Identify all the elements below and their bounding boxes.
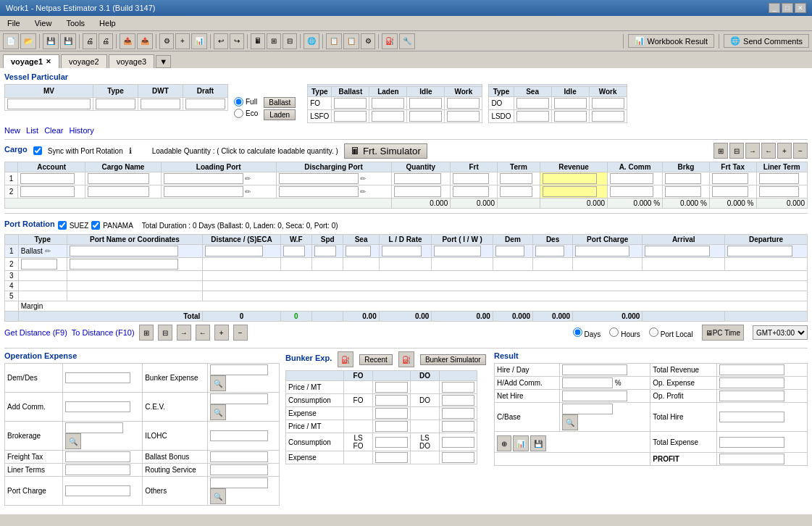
ops-cev-search[interactable]: 🔍	[210, 404, 226, 420]
res-totalexp-input[interactable]	[719, 437, 784, 448]
fo-work-input[interactable]	[447, 98, 480, 109]
bk-price-fo-val[interactable]	[373, 381, 411, 394]
pt-2-pcharge[interactable]	[573, 258, 643, 271]
cargo-1-account[interactable]	[18, 172, 85, 185]
tool3[interactable]: 📊	[191, 33, 207, 49]
tab-menu-btn[interactable]: ▼	[156, 55, 171, 68]
menu-file[interactable]: File	[3, 17, 25, 29]
suez-checkbox[interactable]	[58, 221, 67, 230]
copy-btn[interactable]: 📋	[326, 33, 342, 49]
do-sea[interactable]	[514, 97, 551, 110]
ops-ilohc-input[interactable]	[210, 430, 268, 441]
cargo-1-brkg[interactable]	[663, 172, 710, 185]
timezone-select[interactable]: GMT+03:00	[753, 325, 808, 340]
pt-1-des[interactable]	[533, 245, 573, 258]
cargo-2-brkg[interactable]	[663, 185, 710, 199]
list-link[interactable]: List	[26, 126, 38, 135]
fo-work[interactable]	[445, 97, 482, 110]
pt-5-type[interactable]	[18, 291, 67, 301]
pt-1-ld-input[interactable]	[382, 246, 422, 256]
cargo-1-name[interactable]	[85, 172, 161, 185]
pt-1-port[interactable]	[67, 245, 203, 258]
res-nethire-val[interactable]	[560, 390, 650, 403]
tab-voyage1-close[interactable]: ✕	[46, 58, 51, 65]
ops-ilohc-val[interactable]	[208, 422, 280, 451]
globe-btn[interactable]: 🌐	[304, 33, 319, 49]
ops-ballastbonus-val[interactable]	[208, 451, 280, 464]
pt-4-type[interactable]	[18, 281, 67, 291]
res-opprofit-input[interactable]	[719, 391, 784, 401]
ops-cev-val[interactable]: 🔍	[208, 393, 280, 422]
bk-cons2-do-input[interactable]	[442, 437, 474, 448]
settings-btn[interactable]: ⚙	[361, 33, 375, 49]
hours-radio[interactable]	[609, 327, 619, 337]
cargo-1-account-input[interactable]	[20, 173, 75, 184]
ops-freighttax-val[interactable]	[63, 451, 143, 464]
draft-cell[interactable]	[183, 98, 228, 111]
mv-input[interactable]	[7, 99, 91, 109]
ops-addcomm-input[interactable]	[65, 401, 130, 412]
bk-cons-fo-input[interactable]	[375, 395, 408, 406]
cargo-1-frttax[interactable]	[709, 172, 756, 185]
bk-price2-do-input[interactable]	[442, 421, 474, 432]
lsfo-idle[interactable]	[407, 110, 445, 123]
history-link[interactable]: History	[69, 126, 93, 135]
bk-exp2-do-input[interactable]	[442, 452, 474, 463]
bk-price2-do-val[interactable]	[440, 420, 477, 433]
res-nethire-input[interactable]	[562, 391, 627, 401]
paste-btn[interactable]: 📋	[343, 33, 359, 49]
cargo-2-qty[interactable]	[391, 185, 451, 199]
lsdo-idle-input[interactable]	[554, 111, 587, 122]
cargo-1-liner-input[interactable]	[759, 173, 799, 184]
pt-1-edit[interactable]: ✏	[45, 247, 51, 255]
pt-2-wf[interactable]	[280, 258, 311, 271]
lsdo-work-input[interactable]	[592, 111, 624, 122]
days-radio-label[interactable]: Days	[573, 327, 601, 338]
menu-view[interactable]: View	[30, 17, 56, 29]
lsfo-ballast[interactable]	[332, 110, 369, 123]
bk-exp2-fo-input[interactable]	[375, 452, 408, 463]
cargo-1-qty[interactable]	[391, 172, 451, 185]
cargo-1-load-edit[interactable]: ✏	[245, 175, 251, 183]
bk-exp-do-val[interactable]	[440, 407, 477, 420]
to-dist-link[interactable]: To Distance (F10)	[72, 328, 135, 337]
lsfo-work[interactable]	[445, 110, 482, 123]
pt-2-dep[interactable]	[725, 258, 808, 271]
full-radio-label[interactable]: Full	[234, 97, 258, 107]
cargo-1-name-input[interactable]	[88, 173, 149, 184]
days-radio[interactable]	[573, 327, 582, 337]
cargo-2-revenue-input[interactable]	[543, 186, 597, 197]
laden-btn[interactable]: Laden	[264, 109, 296, 120]
do-work-input[interactable]	[592, 98, 624, 109]
ops-bunker-input[interactable]	[210, 364, 268, 375]
pt-2-dem[interactable]	[493, 258, 532, 271]
cargo-1-acomm[interactable]	[608, 172, 663, 185]
mv-cell[interactable]	[5, 98, 93, 111]
export-btn[interactable]: 📤	[120, 33, 135, 49]
cargo-1-disch[interactable]: ✏	[276, 172, 391, 185]
res-totalhire-val[interactable]	[716, 403, 807, 432]
res-opexp-input[interactable]	[719, 377, 784, 388]
close-button[interactable]: ✕	[795, 3, 806, 13]
bk-cons-do-input[interactable]	[442, 395, 474, 406]
profit-input[interactable]	[719, 454, 784, 464]
eco-radio[interactable]	[234, 109, 243, 118]
type-cell[interactable]	[93, 98, 138, 111]
dist-btn3[interactable]: →	[177, 325, 191, 341]
pt-3-port[interactable]	[67, 271, 203, 281]
pt-1-pcharge-input[interactable]	[575, 246, 629, 256]
res-haddcomm-input[interactable]	[562, 377, 613, 388]
res-opprofit-val[interactable]	[716, 390, 807, 403]
save-btn[interactable]: 💾	[43, 33, 59, 49]
workbook-result-btn[interactable]: 📊 Workbook Result	[628, 34, 715, 48]
fo-ballast-input[interactable]	[334, 98, 367, 109]
cargo-1-frt-input[interactable]	[453, 173, 489, 184]
new-btn[interactable]: 📄	[3, 33, 19, 49]
cargo-2-load-input[interactable]	[164, 186, 243, 197]
cargo-1-load-input[interactable]	[164, 173, 243, 184]
type-input[interactable]	[96, 99, 135, 109]
lsdo-sea-input[interactable]	[516, 111, 549, 122]
cargo-2-liner-input[interactable]	[759, 186, 799, 197]
pt-2-arr[interactable]	[643, 258, 725, 271]
cargo-2-frt-input[interactable]	[453, 186, 489, 197]
